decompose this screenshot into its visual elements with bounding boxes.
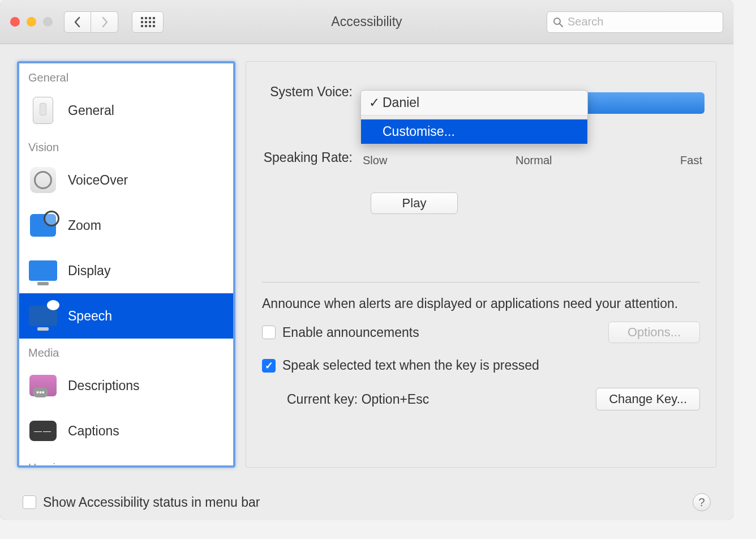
system-voice-row: System Voice: ✓ Daniel Customise...	[257, 84, 705, 100]
current-key-row: Current key: Option+Esc Change Key...	[262, 388, 700, 410]
accessibility-window: Accessibility General General Vision Voi…	[0, 0, 733, 520]
back-button[interactable]	[64, 11, 91, 33]
show-status-label: Show Accessibility status in menu bar	[43, 495, 260, 510]
change-key-button[interactable]: Change Key...	[596, 388, 700, 410]
traffic-lights	[10, 17, 53, 27]
speak-selected-label: Speak selected text when the key is pres…	[282, 358, 539, 373]
enable-announcements-checkbox[interactable]	[262, 326, 276, 339]
help-button[interactable]: ?	[693, 493, 711, 511]
sidebar-item-descriptions[interactable]: Descriptions	[19, 363, 233, 408]
sidebar-item-label: Display	[68, 263, 110, 279]
divider	[262, 282, 700, 283]
close-button[interactable]	[10, 17, 20, 27]
maximize-button	[43, 17, 53, 27]
captions-icon	[28, 416, 58, 446]
speak-selected-row: Speak selected text when the key is pres…	[262, 358, 700, 373]
content-area: General General Vision VoiceOver Zoom Di…	[0, 44, 733, 485]
show-all-button[interactable]	[132, 11, 164, 33]
play-button[interactable]: Play	[371, 192, 458, 214]
descriptions-icon	[28, 371, 58, 400]
grid-icon	[141, 17, 155, 27]
options-button: Options...	[608, 322, 700, 343]
svg-line-1	[560, 24, 562, 27]
sidebar-item-speech[interactable]: Speech	[19, 293, 233, 339]
zoom-icon	[28, 211, 58, 240]
checkmark-icon: ✓	[369, 95, 383, 110]
bottom-bar: Show Accessibility status in menu bar ?	[0, 485, 733, 520]
menu-divider	[361, 115, 587, 119]
sidebar-item-label: Zoom	[68, 218, 101, 233]
display-icon	[28, 256, 58, 285]
main-panel: System Voice: ✓ Daniel Customise...	[246, 61, 716, 468]
rate-tick-fast: Fast	[680, 154, 702, 167]
voice-menu-item-daniel[interactable]: ✓ Daniel	[361, 91, 587, 115]
rate-slider[interactable]: Slow Normal Fast	[360, 140, 705, 174]
search-input[interactable]	[568, 15, 717, 28]
sidebar-item-general[interactable]: General	[19, 88, 233, 133]
sidebar-item-label: Speech	[68, 309, 112, 324]
speaking-rate-label: Speaking Rate:	[257, 150, 360, 165]
enable-announcements-label: Enable announcements	[282, 325, 419, 340]
show-status-checkbox[interactable]	[23, 495, 36, 509]
speech-icon	[28, 301, 58, 331]
sidebar-item-label: VoiceOver	[68, 173, 128, 188]
sidebar-item-label: Captions	[68, 424, 119, 439]
section-header-general: General	[19, 63, 233, 88]
minimize-button[interactable]	[27, 17, 36, 27]
show-status-row: Show Accessibility status in menu bar	[23, 495, 260, 510]
nav-group	[64, 11, 118, 33]
speak-selected-checkbox[interactable]	[262, 359, 276, 373]
voice-popup-menu[interactable]: ✓ Daniel Customise...	[360, 90, 588, 144]
rate-tick-slow: Slow	[363, 154, 387, 167]
menu-item-label: Daniel	[383, 95, 419, 110]
window-title: Accessibility	[331, 14, 402, 29]
sidebar-item-captions[interactable]: Captions	[19, 408, 233, 454]
enable-announcements-row: Enable announcements Options...	[262, 322, 700, 343]
general-icon	[28, 96, 58, 125]
section-header-media: Media	[19, 339, 233, 363]
announce-description: Announce when alerts are displayed or ap…	[262, 295, 700, 313]
search-icon	[553, 17, 563, 27]
menu-item-label: Customise...	[383, 124, 455, 139]
search-field[interactable]	[547, 11, 723, 33]
speaking-rate-row: Speaking Rate: Slow Normal Fast	[257, 140, 705, 174]
sidebar-item-label: Descriptions	[68, 378, 140, 393]
sidebar-item-zoom[interactable]: Zoom	[19, 203, 233, 248]
rate-tick-normal: Normal	[516, 154, 552, 167]
rate-tick-labels: Slow Normal Fast	[360, 154, 705, 167]
forward-button	[91, 11, 118, 33]
voice-menu-item-customise[interactable]: Customise...	[361, 119, 587, 144]
system-voice-label: System Voice:	[257, 84, 360, 100]
current-key-label: Current key: Option+Esc	[287, 392, 429, 407]
voiceover-icon	[28, 165, 58, 195]
section-header-vision: Vision	[19, 133, 233, 157]
sidebar-item-label: General	[68, 103, 114, 118]
sidebar-item-voiceover[interactable]: VoiceOver	[19, 157, 233, 203]
sidebar[interactable]: General General Vision VoiceOver Zoom Di…	[17, 61, 235, 468]
titlebar: Accessibility	[0, 0, 733, 44]
sidebar-item-display[interactable]: Display	[19, 248, 233, 293]
section-header-hearing: Hearing	[19, 454, 233, 468]
